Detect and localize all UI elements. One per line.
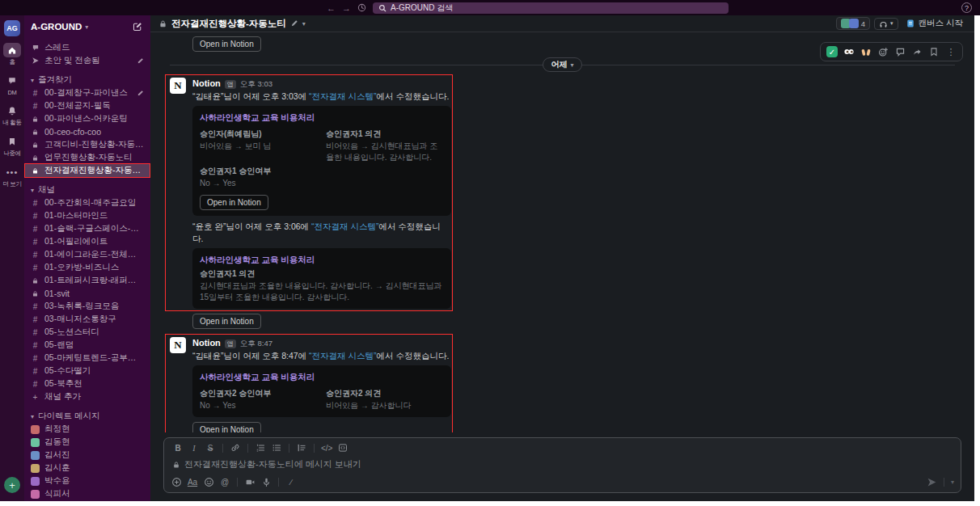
link-button[interactable]	[228, 441, 243, 454]
history-icon[interactable]	[357, 3, 366, 12]
sidebar-item-channel[interactable]: 00-파이낸스-어카운팅	[24, 112, 150, 125]
message-author[interactable]: Notion	[192, 78, 221, 89]
sidebar-item-channel[interactable]: # 00-전체공지-필독	[24, 99, 150, 112]
sidebar-item-dm[interactable]: 김시훈	[24, 462, 150, 474]
sidebar-item-channel[interactable]: # 00-결제창구-파이낸스	[24, 86, 150, 99]
notion-avatar[interactable]: N	[170, 78, 186, 94]
sidebar-item-channel[interactable]: #05-수다떨기	[24, 365, 150, 377]
lock-icon	[31, 290, 40, 297]
sidebar-item-drafts[interactable]: 초안 및 전송됨	[24, 54, 150, 67]
bold-button[interactable]: B	[171, 441, 185, 454]
compose-icon[interactable]	[131, 20, 144, 33]
sidebar-item-channel[interactable]: #01-슬랙-구글스페이스-노션-셋업	[24, 222, 150, 235]
channel-label: 01-어필리에이트	[44, 236, 144, 247]
notion-page-title[interactable]: 사하라인생학교 교육 비용처리	[200, 112, 444, 123]
reaction-check-button[interactable]: ✓	[825, 44, 839, 59]
workspace-name[interactable]: A-GROUND	[31, 22, 82, 32]
sidebar-item-channel[interactable]: #05-노션스터디	[24, 326, 150, 339]
sidebar-item-channel[interactable]: 고객디비-진행상황-자동노티	[24, 138, 150, 151]
sidebar-item-channel[interactable]: #05-랜덤	[24, 339, 150, 352]
sidebar-item-channel[interactable]: #05-북추천	[24, 377, 150, 390]
section-dms[interactable]: ▾ 다이렉트 메시지	[24, 410, 150, 423]
reply-thread-button[interactable]	[893, 44, 907, 59]
video-button[interactable]	[243, 475, 257, 488]
share-message-button[interactable]	[910, 44, 924, 59]
sidebar-item-dm[interactable]: 김동현	[24, 436, 150, 449]
sidebar-item-channel[interactable]: 업무진행상황-자동노티	[24, 151, 150, 164]
message-timestamp[interactable]: 오후 3:03	[240, 78, 272, 90]
huddle-button[interactable]: ▾	[874, 18, 898, 30]
notion-page-title[interactable]: 사하라인생학교 교육 비용처리	[200, 371, 444, 382]
help-icon[interactable]: ?	[961, 2, 972, 13]
sidebar-item-channel[interactable]: #01-마스터마인드	[24, 209, 150, 222]
sidebar-item-channel[interactable]: #03-녹취록-링크모음	[24, 300, 150, 313]
message-author[interactable]: Notion	[192, 337, 221, 348]
blockquote-button[interactable]	[294, 441, 309, 454]
sidebar-item-dm[interactable]: 식피서	[24, 487, 150, 500]
workspace-switcher[interactable]: AG	[4, 20, 20, 36]
bullet-list-button[interactable]	[269, 441, 284, 454]
sidebar-item-channel[interactable]: #01-어필리에이트	[24, 235, 150, 248]
sidebar-item-channel[interactable]: 01-트레퍼시크랑-래퍼비즈니스-...	[24, 274, 150, 287]
section-starred[interactable]: ▾ 즐겨찾기	[24, 74, 150, 86]
section-channels[interactable]: ▾ 채널	[24, 183, 150, 196]
rail-item-activity[interactable]: 내 활동	[0, 103, 24, 127]
sidebar-item-channel-active[interactable]: 전자결재진행상황-자동노티	[24, 164, 150, 177]
add-reaction-button[interactable]	[876, 44, 890, 59]
sidebar-item-threads[interactable]: 스레드	[24, 41, 150, 54]
code-block-button[interactable]	[336, 441, 350, 454]
mic-button[interactable]	[259, 475, 273, 488]
start-canvas-button[interactable]: 캔버스 시작	[902, 17, 966, 30]
ordered-list-button[interactable]	[253, 441, 268, 454]
sidebar-item-channel[interactable]: 01-svit	[24, 287, 150, 300]
notion-avatar[interactable]: N	[170, 337, 186, 353]
chevron-down-icon[interactable]: ▾	[302, 20, 306, 27]
shortcuts-button[interactable]: ∕	[284, 475, 298, 488]
sidebar-item-channel[interactable]: #01-에이그라운드-전체프로젝트...	[24, 248, 150, 261]
notion-page-link[interactable]: “전자결재 시스템”	[309, 351, 376, 361]
channel-name[interactable]: 전자결재진행상황-자동노티	[171, 18, 286, 30]
reaction-eyes-button[interactable]	[842, 44, 856, 59]
italic-button[interactable]: I	[187, 441, 201, 454]
rail-item-home[interactable]: 홈	[0, 43, 24, 66]
sidebar-item-channel[interactable]: #00-주간회의-매주금요일	[24, 196, 150, 209]
sidebar-item-channel[interactable]: #05-마케팅트렌드-공부하기	[24, 352, 150, 365]
attach-button[interactable]	[169, 475, 184, 488]
more-actions-button[interactable]: ⋮	[944, 44, 958, 59]
date-divider-pill[interactable]: 어제 ▾	[543, 57, 581, 72]
create-new-button[interactable]: +	[4, 477, 20, 493]
sidebar-item-channel[interactable]: #03-매니저소통창구	[24, 313, 150, 326]
add-channel-button[interactable]: +채널 추가	[24, 390, 150, 403]
member-count-button[interactable]: 4	[836, 17, 870, 30]
sidebar-item-channel[interactable]: 00-ceo-cfo-coo	[24, 125, 150, 138]
open-in-notion-button[interactable]: Open in Notion	[192, 314, 261, 329]
sidebar-item-channel[interactable]: #01-오카방-비즈니스	[24, 261, 150, 274]
sidebar-item-dm[interactable]: 장현빈	[24, 500, 150, 501]
send-button[interactable]: ▾	[927, 477, 956, 487]
open-in-notion-button[interactable]: Open in Notion	[200, 195, 268, 210]
mention-button[interactable]: @	[218, 475, 232, 488]
reaction-hands-button[interactable]	[859, 44, 873, 59]
open-in-notion-button[interactable]: Open in Notion	[192, 422, 261, 432]
message-input[interactable]: 전자결재진행상황-자동노티에 메시지 보내기	[164, 456, 961, 473]
save-message-button[interactable]	[927, 44, 941, 59]
rail-item-dm[interactable]: DM	[0, 74, 24, 96]
rail-item-more[interactable]: ••• 더 보기	[0, 165, 24, 188]
notion-page-title[interactable]: 사하라인생학교 교육 비용처리	[200, 254, 444, 265]
open-in-notion-button[interactable]: Open in Notion	[192, 36, 261, 52]
strikethrough-button[interactable]: S	[203, 441, 218, 454]
search-input[interactable]: A-GROUND 검색	[373, 2, 729, 14]
rail-item-later[interactable]: 나중에	[0, 134, 24, 158]
back-button[interactable]: ←	[327, 3, 336, 13]
emoji-button[interactable]	[201, 475, 216, 488]
pencil-icon[interactable]	[290, 19, 298, 27]
forward-button[interactable]: →	[342, 3, 351, 13]
sidebar-item-dm[interactable]: 김서진	[24, 449, 150, 462]
sidebar-item-dm[interactable]: 최정현	[24, 423, 150, 436]
message-timestamp[interactable]: 오후 8:47	[240, 338, 272, 349]
code-button[interactable]: </>	[319, 441, 334, 454]
format-toggle-button[interactable]: Aa	[185, 475, 200, 488]
sidebar-item-dm[interactable]: 박수용	[24, 474, 150, 487]
notion-page-link[interactable]: “전자결재 시스템”	[309, 91, 376, 101]
notion-page-link[interactable]: “전자결재 시스템”	[311, 221, 378, 231]
